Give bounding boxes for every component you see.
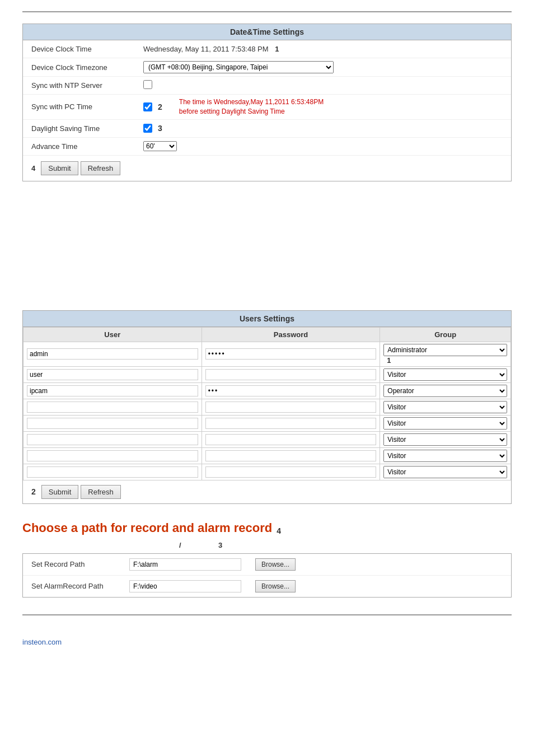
- user-input[interactable]: [27, 450, 198, 461]
- top-divider: [22, 11, 512, 12]
- dt-label-dst: Daylight Saving Time: [31, 124, 143, 133]
- pc-time-checkbox[interactable]: [143, 102, 152, 111]
- dst-checkbox[interactable]: [143, 124, 152, 133]
- users-annotation-1: 1: [387, 356, 391, 365]
- dt-row-pc-time: Sync with PC Time 2 The time is Wednesda…: [23, 95, 511, 120]
- record-annotations-row: / 3: [22, 541, 512, 552]
- datetime-body: Device Clock Time Wednesday, May 11, 201…: [23, 40, 511, 181]
- password-cell: [202, 447, 380, 464]
- users-col-password: Password: [202, 327, 380, 342]
- group-select[interactable]: AdministratorOperatorVisitor: [383, 401, 507, 413]
- table-row: AdministratorOperatorVisitor: [24, 415, 511, 431]
- group-cell: AdministratorOperatorVisitor: [380, 447, 511, 464]
- group-cell: Administrator Operator Visitor: [380, 366, 511, 382]
- group-select[interactable]: AdministratorOperatorVisitor: [383, 433, 507, 446]
- user-input[interactable]: [27, 385, 198, 396]
- group-cell: Administrator Operator Visitor 1: [380, 342, 511, 366]
- password-input[interactable]: [205, 450, 377, 461]
- users-annotation-2: 2: [31, 487, 36, 496]
- password-input[interactable]: [205, 385, 377, 396]
- record-title: Choose a path for record and alarm recor…: [22, 521, 512, 535]
- password-input[interactable]: [205, 434, 377, 445]
- user-input[interactable]: [27, 466, 198, 478]
- dt-value-timezone: (GMT +08:00) Beijing, Singapore, Taipei: [143, 61, 503, 73]
- record-row-path: Set Record Path Browse...: [23, 554, 511, 576]
- datetime-panel: Date&Time Settings Device Clock Time Wed…: [22, 24, 512, 181]
- user-cell: [24, 464, 202, 480]
- dt-value-pc-time: 2 The time is Wednesday,May 11,2011 6:53…: [143, 97, 503, 116]
- password-cell: [202, 431, 380, 447]
- group-select[interactable]: AdministratorOperatorVisitor: [383, 417, 507, 430]
- spacer-1: [22, 198, 512, 310]
- password-input[interactable]: [205, 418, 377, 429]
- footer: insteon.com: [0, 627, 534, 657]
- group-cell: AdministratorOperatorVisitor: [380, 399, 511, 415]
- users-col-user: User: [24, 327, 202, 342]
- user-input[interactable]: [27, 348, 198, 360]
- dt-buttons-row: 4 Submit Refresh: [23, 156, 511, 181]
- record-body: Set Record Path Browse... Set AlarmRecor…: [22, 553, 512, 598]
- timezone-select[interactable]: (GMT +08:00) Beijing, Singapore, Taipei: [143, 61, 334, 73]
- record-ann-slash: /: [179, 541, 181, 549]
- user-input[interactable]: [27, 369, 198, 380]
- group-cell: AdministratorOperatorVisitor: [380, 464, 511, 480]
- dt-row-dst: Daylight Saving Time 3: [23, 120, 511, 138]
- group-select[interactable]: Administrator Operator Visitor: [383, 344, 507, 356]
- record-label-path: Set Record Path: [31, 560, 121, 568]
- datetime-title: Date&Time Settings: [23, 24, 511, 40]
- user-cell: [24, 382, 202, 399]
- alarm-path-input[interactable]: [129, 580, 241, 592]
- hint-text: The time is Wednesday,May 11,2011 6:53:4…: [179, 97, 324, 116]
- bottom-divider: [22, 614, 512, 615]
- password-cell: [202, 464, 380, 480]
- advance-select[interactable]: 60': [143, 141, 177, 151]
- table-row: AdministratorOperatorVisitor: [24, 399, 511, 415]
- record-annotation-4: 4: [277, 526, 281, 535]
- password-input[interactable]: [205, 402, 377, 413]
- footer-link[interactable]: insteon.com: [22, 638, 62, 646]
- record-row-alarm: Set AlarmRecord Path Browse...: [23, 576, 511, 597]
- table-row: AdministratorOperatorVisitor: [24, 431, 511, 447]
- record-browse-button[interactable]: Browse...: [255, 558, 296, 571]
- users-submit-button[interactable]: Submit: [41, 485, 78, 499]
- users-buttons-row: 2 Submit Refresh: [23, 480, 511, 503]
- table-row: Administrator Operator Visitor: [24, 382, 511, 399]
- users-body: User Password Group Administrator Opera: [23, 327, 511, 503]
- password-cell: [202, 366, 380, 382]
- record-label-alarm: Set AlarmRecord Path: [31, 582, 121, 590]
- users-col-group: Group: [380, 327, 511, 342]
- table-row: Administrator Operator Visitor: [24, 366, 511, 382]
- table-row: AdministratorOperatorVisitor: [24, 464, 511, 480]
- dt-submit-button[interactable]: Submit: [41, 161, 78, 175]
- record-annotation-3: 3: [218, 541, 222, 549]
- record-path-input[interactable]: [129, 558, 241, 571]
- user-cell: [24, 415, 202, 431]
- users-refresh-button[interactable]: Refresh: [81, 485, 121, 499]
- ntp-checkbox[interactable]: [143, 80, 152, 89]
- dt-refresh-button[interactable]: Refresh: [81, 161, 121, 175]
- dt-label-pc-time: Sync with PC Time: [31, 102, 143, 111]
- dt-row-timezone: Device Clock Timezone (GMT +08:00) Beiji…: [23, 58, 511, 77]
- dt-row-clock-time: Device Clock Time Wednesday, May 11, 201…: [23, 40, 511, 58]
- password-cell: [202, 399, 380, 415]
- group-select[interactable]: AdministratorOperatorVisitor: [383, 450, 507, 462]
- user-input[interactable]: [27, 402, 198, 413]
- annotation-2-dt: 2: [158, 102, 162, 111]
- user-cell: [24, 366, 202, 382]
- user-input[interactable]: [27, 434, 198, 445]
- annotation-4-dt: 4: [31, 164, 35, 172]
- password-input[interactable]: [205, 369, 377, 380]
- user-cell: [24, 342, 202, 366]
- dt-label-advance: Advance Time: [31, 142, 143, 151]
- table-row: AdministratorOperatorVisitor: [24, 447, 511, 464]
- group-select[interactable]: AdministratorOperatorVisitor: [383, 466, 507, 478]
- group-select[interactable]: Administrator Operator Visitor: [383, 368, 507, 381]
- password-input[interactable]: [205, 466, 377, 478]
- annotation-1: 1: [275, 45, 279, 53]
- alarm-browse-button[interactable]: Browse...: [255, 580, 296, 592]
- password-input[interactable]: [205, 348, 377, 360]
- dt-value-ntp: [143, 80, 503, 91]
- user-cell: [24, 399, 202, 415]
- group-select[interactable]: Administrator Operator Visitor: [383, 385, 507, 397]
- user-input[interactable]: [27, 418, 198, 429]
